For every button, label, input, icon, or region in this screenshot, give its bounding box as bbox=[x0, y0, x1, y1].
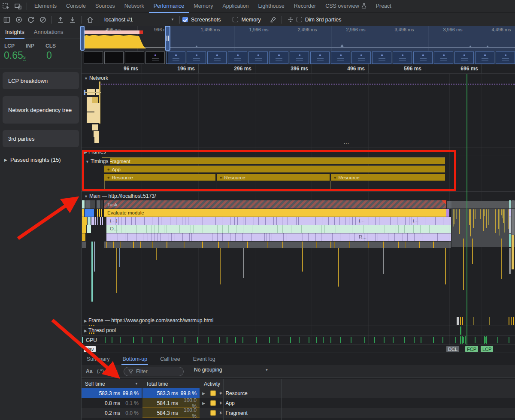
reload-record-icon[interactable] bbox=[25, 14, 37, 25]
network-track-header[interactable]: ▼Network bbox=[84, 75, 108, 81]
details-tab-call-tree[interactable]: Call tree bbox=[159, 354, 181, 366]
insight-card-lcp-breakdown[interactable]: LCP breakdown bbox=[3, 72, 79, 89]
insight-card-network-dependency-tree[interactable]: Network dependency tree bbox=[3, 96, 79, 124]
tab-application[interactable]: Application bbox=[218, 0, 253, 13]
insight-card-3rd-parties[interactable]: 3rd parties bbox=[3, 130, 79, 147]
garbage-collect-icon[interactable] bbox=[267, 14, 279, 25]
match-case-toggle[interactable]: Aa bbox=[86, 368, 92, 374]
main-track-header[interactable]: ▼Main — http://localhost:5173/ bbox=[84, 193, 156, 199]
flame-evaluate-module-bar[interactable]: Evaluate module bbox=[104, 209, 446, 217]
tab-memory[interactable]: Memory bbox=[189, 0, 218, 13]
details-tab-event-log[interactable]: Event log bbox=[192, 354, 216, 366]
flame-segment bbox=[509, 200, 511, 208]
whole-word-toggle[interactable]: ab bbox=[112, 368, 117, 375]
flame-separator bbox=[228, 225, 229, 233]
gpu-tick bbox=[364, 337, 365, 343]
flame-anonymous-bar[interactable]: (...) (... (... bbox=[106, 217, 446, 225]
home-icon[interactable] bbox=[84, 14, 96, 25]
flame-task-bar[interactable]: Task bbox=[104, 200, 446, 208]
flame-segment bbox=[82, 225, 86, 233]
filmstrip-frame[interactable] bbox=[104, 51, 124, 64]
flame-tick bbox=[459, 209, 460, 234]
column-activity[interactable]: Activity bbox=[200, 379, 515, 389]
column-self-time[interactable]: Self time▼ bbox=[82, 379, 142, 389]
expand-arrow-icon[interactable]: ▶ bbox=[202, 401, 207, 405]
flame-segment bbox=[100, 217, 101, 225]
upload-profile-icon[interactable] bbox=[55, 14, 67, 25]
tab-sources[interactable]: Sources bbox=[91, 0, 120, 13]
tab-preact[interactable]: Preact bbox=[371, 0, 396, 13]
gpu-tick bbox=[219, 337, 220, 343]
flame-tick bbox=[228, 242, 229, 248]
device-toolbar-icon[interactable] bbox=[12, 1, 24, 12]
filmstrip-frame[interactable] bbox=[145, 51, 165, 64]
tab-recorder[interactable]: Recorder bbox=[289, 0, 321, 13]
network-request-bar bbox=[92, 124, 98, 130]
flame-separator bbox=[125, 233, 125, 241]
nav-marker-badge[interactable]: Nav bbox=[84, 346, 96, 352]
expand-arrow-icon[interactable]: ▶ bbox=[202, 391, 207, 396]
download-profile-icon[interactable] bbox=[67, 14, 79, 25]
overview-left-handle[interactable] bbox=[80, 26, 85, 51]
frame-track-header[interactable]: ▶Frame — https://www.google.com/search/w… bbox=[84, 317, 213, 323]
dim-3rd-parties-checkbox[interactable] bbox=[297, 17, 302, 22]
filmstrip-frame[interactable] bbox=[125, 51, 144, 64]
dcl-marker-badge[interactable]: DCL bbox=[446, 346, 459, 352]
flame-separator bbox=[420, 225, 421, 233]
regex-toggle[interactable]: (.*) bbox=[97, 368, 104, 374]
tab-performance[interactable]: Performance bbox=[149, 0, 189, 13]
tab-elements[interactable]: Elements bbox=[30, 0, 61, 13]
tab-css-overview[interactable]: CSS overview bbox=[321, 0, 371, 13]
network-overflow-dots[interactable]: … bbox=[343, 138, 350, 145]
tab-insights[interactable]: Insights bbox=[5, 25, 24, 39]
flame-separator bbox=[322, 217, 322, 225]
gpu-tick bbox=[269, 337, 270, 343]
activity-cell: ▶✳Resource bbox=[200, 388, 515, 398]
flame-separator bbox=[349, 233, 349, 241]
cpu-activity-mound bbox=[84, 34, 146, 48]
thread-pool-track-header[interactable]: ▶Thread pool bbox=[84, 327, 116, 333]
filmstrip-frame[interactable] bbox=[84, 51, 103, 64]
filter-input[interactable]: Filter bbox=[124, 367, 184, 376]
flame-separator bbox=[118, 217, 119, 225]
details-tab-bottom-up[interactable]: Bottom-up bbox=[121, 354, 148, 366]
ruler-label: 296 ms bbox=[225, 66, 251, 72]
flame-tick bbox=[113, 242, 114, 248]
screenshots-checkbox[interactable] bbox=[182, 17, 188, 22]
fcp-marker-badge[interactable]: FCP bbox=[465, 346, 478, 352]
tab-lighthouse[interactable]: Lighthouse bbox=[254, 0, 289, 13]
flame-onload-bar[interactable]: O... bbox=[106, 225, 446, 233]
collapse-tracks-icon[interactable] bbox=[285, 14, 297, 25]
flame-separator bbox=[207, 225, 207, 233]
tab-annotations[interactable]: Annotations bbox=[34, 25, 64, 39]
flame-separator bbox=[344, 225, 344, 233]
record-icon[interactable] bbox=[13, 14, 25, 25]
table-row[interactable]: 0.2 ms0.0 %584.3 ms100.0 %▶✳Fragment bbox=[82, 408, 515, 418]
flame-dropline bbox=[445, 242, 446, 284]
memory-checkbox[interactable] bbox=[233, 17, 238, 22]
details-tab-summary[interactable]: Summary bbox=[86, 354, 110, 366]
table-row[interactable]: 0.8 ms0.1 %584.1 ms100.0 %▶✳App bbox=[82, 398, 515, 408]
inspect-element-icon[interactable] bbox=[0, 1, 12, 12]
grouping-select[interactable]: No grouping ▼ bbox=[194, 367, 268, 373]
flame-separator bbox=[414, 233, 415, 241]
tab-network[interactable]: Network bbox=[120, 0, 149, 13]
lcp-marker-badge[interactable]: LCP bbox=[481, 346, 493, 352]
table-row[interactable]: 583.3 ms99.8 %583.3 ms99.8 %▶✳Resource bbox=[82, 388, 515, 398]
dock-panel-icon[interactable] bbox=[1, 14, 13, 25]
overview-right-handle[interactable] bbox=[165, 26, 170, 51]
gpu-track-header[interactable]: GPU bbox=[86, 337, 97, 343]
flame-separator bbox=[272, 233, 272, 241]
thread-pool-bar bbox=[460, 326, 461, 335]
passed-insights-toggle[interactable]: ▶ Passed insights (15) bbox=[4, 157, 61, 163]
flame-separator bbox=[321, 233, 321, 241]
gpu-tick bbox=[509, 337, 509, 343]
flame-microtask-bar[interactable] bbox=[104, 242, 446, 248]
clear-icon[interactable] bbox=[37, 14, 49, 25]
history-select[interactable]: localhost #1 ▼ bbox=[102, 17, 177, 23]
column-total-time[interactable]: Total time bbox=[142, 379, 200, 389]
flame-separator bbox=[222, 225, 223, 233]
flame-separator bbox=[148, 233, 148, 241]
flame-anonymous-bar-2[interactable]: R... bbox=[106, 233, 446, 241]
tab-console[interactable]: Console bbox=[61, 0, 91, 13]
